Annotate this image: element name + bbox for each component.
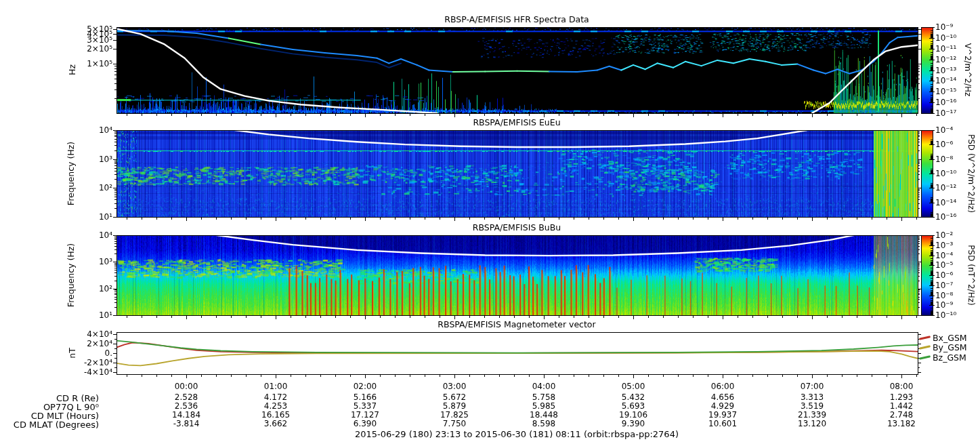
y-tick-label: 10⁴ — [99, 231, 112, 240]
colorbar-tick-label: 10⁻¹⁶ — [935, 213, 956, 222]
y-tick-label: 2×10⁴ — [87, 339, 112, 348]
colorbar-tick-label: 10⁻⁶ — [935, 140, 953, 149]
legend-label-bz: Bz_GSM — [933, 352, 966, 363]
y-tick-label: 10² — [99, 284, 112, 293]
colorbar-tick-label: 10⁻¹⁴ — [935, 77, 956, 85]
table-value: 10.601 — [708, 420, 737, 428]
time-tick-label: 01:00 — [264, 382, 288, 391]
colorbar-tick-label: 10⁻¹² — [935, 184, 956, 192]
table-value: 8.598 — [532, 420, 555, 428]
table-value: 3.662 — [264, 420, 287, 428]
time-tick-label: 04:00 — [532, 382, 556, 391]
colorbar-tick-label: 10⁻⁸ — [935, 291, 953, 300]
y-tick-label: 1×10⁵ — [87, 60, 112, 68]
colorbar-tick-label: 10⁻¹³ — [935, 66, 956, 75]
time-tick-label: 00:00 — [175, 382, 198, 391]
y-tick-label: 0. — [105, 349, 112, 358]
hfr-spectra-plot-area[interactable] — [116, 27, 918, 113]
table-value: 9.390 — [622, 420, 645, 428]
panel-title-bubu: RBSPA/EMFISIS BuBu — [473, 222, 561, 232]
bubu-plot-area[interactable] — [116, 235, 918, 315]
colorbar-tick-label: 10⁻¹² — [935, 55, 956, 64]
table-value: -3.814 — [173, 420, 200, 428]
colorbar-tick-label: 10⁻⁷ — [935, 281, 953, 289]
colorbar-tick-label: 10⁻⁹ — [935, 301, 953, 310]
table-value: 13.182 — [887, 420, 916, 428]
y-tick-label: 4×10⁴ — [87, 329, 112, 338]
y-tick-label: 2×10⁵ — [87, 45, 112, 54]
colorbar-tick-label: 10⁻¹⁰ — [935, 169, 956, 178]
colorbar-tick-label: 10⁻⁸ — [935, 155, 953, 163]
panel-title-magnetometer: RBSPA/EMFISIS Magnetometer vector — [438, 319, 595, 329]
colorbar-unit-label-euu: PSD (V^2/m^2/Hz) — [966, 134, 976, 213]
colorbar-tick-label: 10⁻⁵ — [935, 261, 953, 270]
y-tick-label: 10⁴ — [99, 126, 112, 135]
colorbar-tick-label: 10⁻⁴ — [935, 251, 953, 260]
euu-plot-area[interactable] — [116, 130, 918, 217]
y-axis-label-bubu: Frequency (Hz) — [66, 243, 76, 307]
colorbar-tick-label: 10⁻¹⁰ — [935, 33, 956, 42]
time-tick-label: 07:00 — [801, 382, 824, 391]
table-value: 13.120 — [798, 420, 826, 428]
time-tick-label: 06:00 — [711, 382, 735, 391]
colorbar-tick-label: 10⁻¹⁶ — [935, 98, 956, 107]
figure: RBSP-A/EMFISIS HFR Spectra Data RBSPA/EM… — [0, 0, 980, 446]
colorbar-tick-label: 10⁻⁹ — [935, 23, 953, 32]
legend-label-by: By_GSM — [933, 342, 967, 352]
legend-label-bx: Bx_GSM — [933, 333, 967, 343]
y-axis-label-magnetometer: nT — [67, 348, 77, 359]
colorbar-tick-label: 10⁻¹⁷ — [935, 109, 956, 118]
panel-title-euu: RBSPA/EMFISIS EuEu — [473, 117, 560, 127]
y-tick-label: 10¹ — [99, 213, 112, 222]
y-axis-label-euu: Frequency (Hz) — [66, 142, 76, 205]
time-tick-label: 08:00 — [890, 382, 914, 391]
y-tick-label: 10³ — [99, 155, 112, 163]
time-tick-label: 05:00 — [622, 382, 645, 391]
colorbar-tick-label: 10⁻¹⁴ — [935, 198, 956, 207]
magnetometer-plot-area[interactable] — [116, 332, 918, 374]
y-tick-label: 10³ — [99, 258, 112, 266]
y-tick-label: 10¹ — [99, 311, 112, 320]
colorbar-unit-label-hfr: V^2/m^2/Hz — [963, 43, 973, 97]
colorbar-tick-label: 10⁻⁴ — [935, 126, 953, 135]
table-row-label-cd-mlat: CD MLAT (Degrees) — [0, 420, 99, 430]
colorbar-tick-label: 10⁻³ — [935, 241, 953, 249]
colorbar-unit-label-bubu: PSD (nT^2/Hz) — [966, 245, 976, 305]
time-range-caption: 2015-06-29 (180) 23:13 to 2015-06-30 (18… — [355, 429, 679, 439]
table-value: 6.390 — [354, 420, 377, 428]
panel-title-hfr-spectra: RBSP-A/EMFISIS HFR Spectra Data — [444, 14, 589, 24]
y-tick-label: 10² — [99, 184, 112, 192]
colorbar-tick-label: 10⁻¹⁵ — [935, 87, 956, 96]
y-tick-label: -4×10⁴ — [84, 368, 112, 377]
colorbar-tick-label: 10⁻² — [935, 231, 953, 240]
colorbar-tick-label: 10⁻¹⁰ — [935, 311, 956, 320]
y-tick-label: -2×10⁴ — [84, 359, 112, 367]
colorbar-tick-label: 10⁻¹¹ — [935, 44, 956, 53]
colorbar-tick-label: 10⁻⁶ — [935, 271, 953, 280]
time-tick-label: 02:00 — [354, 382, 377, 391]
time-tick-label: 03:00 — [443, 382, 467, 391]
table-value: 7.750 — [443, 420, 466, 428]
y-axis-label-hfr: Hz — [67, 64, 77, 75]
